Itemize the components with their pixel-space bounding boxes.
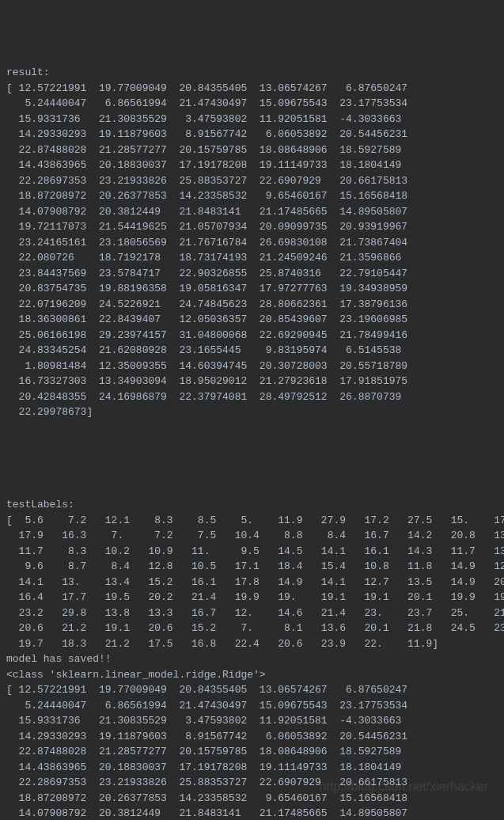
result-label: result: xyxy=(6,66,50,78)
class-line: <class 'sklearn.linear_model.ridge.Ridge… xyxy=(6,669,266,681)
testlabels-array: [ 5.6 7.2 12.1 8.3 8.5 5. 11.9 27.9 17.2… xyxy=(6,514,504,650)
console-output: result: [ 12.57221991 19.77009049 20.843… xyxy=(6,65,498,820)
second-array: [ 12.57221991 19.77009049 20.84355405 13… xyxy=(6,684,407,820)
result-array: [ 12.57221991 19.77009049 20.84355405 13… xyxy=(6,82,407,419)
testlabels-label: testLabels: xyxy=(6,499,74,511)
model-saved-text: model has saved!! xyxy=(6,653,112,665)
